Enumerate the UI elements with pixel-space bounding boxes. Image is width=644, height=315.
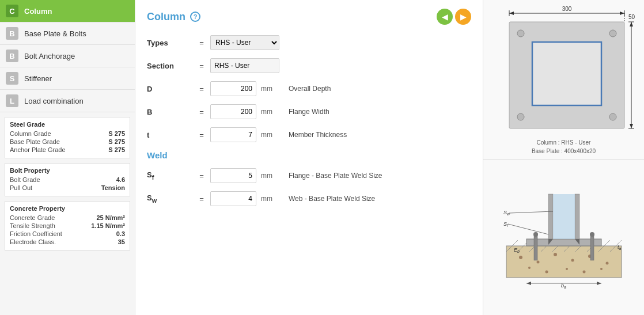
- prop-row: Bolt Grade 4.6: [10, 176, 125, 183]
- steel-grade-section: Steel Grade Column Grade S 275 Base Plat…: [5, 117, 130, 158]
- column-icon: C: [6, 5, 18, 17]
- prop-row: Base Plate Grade S 275: [10, 138, 125, 145]
- svg-text:300: 300: [562, 6, 571, 12]
- types-select[interactable]: RHS - User: [210, 35, 279, 50]
- side-view-svg: Sw Sf Eb ta ba: [492, 183, 636, 292]
- bolt-grade-key: Bolt Grade: [10, 176, 40, 183]
- svg-marker-11: [630, 124, 633, 128]
- svg-rect-38: [575, 194, 579, 239]
- d-unit: mm: [261, 85, 284, 93]
- svg-rect-36: [526, 239, 601, 246]
- t-label: t: [147, 131, 193, 139]
- column-grade-val: S 275: [108, 130, 125, 137]
- svg-point-27: [554, 253, 557, 256]
- sf-eq: =: [193, 172, 210, 180]
- anchor-plate-grade-val: S 275: [108, 146, 125, 153]
- svg-point-30: [605, 262, 608, 265]
- svg-line-49: [508, 224, 548, 234]
- help-icon[interactable]: ?: [190, 12, 200, 22]
- concrete-property-title: Concrete Property: [10, 205, 125, 212]
- prop-row: Column Grade S 275: [10, 130, 125, 137]
- tensile-strength-key: Tensile Strength: [10, 222, 55, 229]
- section-input[interactable]: [210, 58, 279, 73]
- prop-row: Pull Out Tension: [10, 184, 125, 191]
- sidebar-item-bolt-anchorage[interactable]: B Bolt Anchorage: [0, 45, 135, 67]
- anchor-plate-grade-key: Anchor Plate Grade: [10, 146, 66, 153]
- b-label: B: [147, 108, 193, 116]
- b-input[interactable]: [210, 104, 256, 119]
- right-panel: 300 300 50 Column : RHS - User: [483, 0, 644, 315]
- sw-label: Sw: [147, 193, 193, 204]
- t-row: t = mm Member Thickness: [147, 127, 471, 142]
- b-row: B = mm Flange Width: [147, 104, 471, 119]
- svg-marker-54: [526, 282, 531, 285]
- svg-point-35: [600, 268, 603, 270]
- svg-line-47: [509, 211, 553, 213]
- sw-desc: Web - Base Plate Weld Size: [289, 195, 375, 203]
- sw-row: Sw = mm Web - Base Plate Weld Size: [147, 191, 471, 206]
- column-section-rect: [532, 42, 601, 105]
- weld-title: Weld: [147, 150, 471, 160]
- b-desc: Flange Width: [289, 108, 329, 116]
- svg-rect-14: [506, 246, 622, 278]
- concrete-grade-key: Concrete Grade: [10, 214, 55, 221]
- d-input[interactable]: [210, 81, 256, 96]
- prop-row: Electrode Class. 35: [10, 238, 125, 245]
- svg-rect-37: [548, 194, 553, 239]
- diagram-top: 300 300 50 Column : RHS - User: [483, 0, 644, 160]
- diagram-bottom: Sw Sf Eb ta ba: [483, 160, 644, 315]
- types-row: Types = RHS - User: [147, 35, 471, 50]
- b-unit: mm: [261, 108, 284, 116]
- section-eq: =: [193, 62, 210, 70]
- bolt-hole-tr: [609, 30, 616, 37]
- main-title-group: Column ?: [147, 11, 200, 23]
- tensile-strength-val: 1.15 N/mm²: [91, 222, 125, 229]
- d-eq: =: [193, 85, 210, 93]
- bolt-hole-br: [609, 113, 616, 120]
- sw-input[interactable]: [210, 191, 256, 206]
- sidebar-item-load-combination[interactable]: L Load combination: [0, 90, 135, 112]
- sf-label: Sf: [147, 170, 193, 181]
- prev-button[interactable]: ◀: [437, 9, 453, 25]
- sidebar-item-label-stiffener: Stiffener: [24, 74, 52, 83]
- friction-coefficient-key: Friction Coefficient: [10, 230, 62, 237]
- svg-rect-39: [553, 194, 575, 239]
- prop-row: Concrete Grade 25 N/mm²: [10, 214, 125, 221]
- prop-row: Anchor Plate Grade S 275: [10, 146, 125, 153]
- pull-out-key: Pull Out: [10, 184, 32, 191]
- sidebar: C Column B Base Plate & Bolts B Bolt Anc…: [0, 0, 135, 315]
- top-view-svg: 300 300 50: [492, 5, 636, 137]
- sidebar-item-label-base-plate: Base Plate & Bolts: [24, 29, 86, 38]
- sidebar-item-base-plate[interactable]: B Base Plate & Bolts: [0, 22, 135, 45]
- page-title: Column: [147, 11, 185, 23]
- svg-marker-55: [597, 282, 601, 285]
- sidebar-item-label-bolt-anchorage: Bolt Anchorage: [24, 52, 75, 60]
- svg-text:ba: ba: [561, 283, 566, 289]
- main-content: Column ? ◀ ▶ Types = RHS - User Section …: [135, 0, 483, 315]
- column-grade-key: Column Grade: [10, 130, 51, 137]
- sidebar-item-stiffener[interactable]: S Stiffener: [0, 67, 135, 90]
- d-desc: Overall Depth: [289, 85, 331, 93]
- bolt-property-section: Bolt Property Bolt Grade 4.6 Pull Out Te…: [5, 163, 130, 196]
- t-input[interactable]: [210, 127, 256, 142]
- diagram-caption-line2: Base Plate : 400x400x20: [532, 148, 596, 154]
- svg-point-41: [533, 232, 538, 237]
- types-label: Types: [147, 39, 193, 47]
- stiffener-icon: S: [6, 72, 18, 85]
- diagram-caption-line1: Column : RHS - User: [537, 139, 591, 146]
- next-button[interactable]: ▶: [455, 9, 471, 25]
- svg-point-26: [536, 261, 539, 264]
- d-row: D = mm Overall Depth: [147, 81, 471, 96]
- bolt-hole-tl: [517, 30, 524, 37]
- bolt-hole-bl: [517, 113, 524, 120]
- sf-unit: mm: [261, 172, 284, 180]
- svg-text:ta: ta: [618, 244, 622, 251]
- sidebar-item-column[interactable]: C Column: [0, 0, 135, 22]
- svg-text:Sw: Sw: [503, 210, 510, 216]
- pull-out-val: Tension: [101, 184, 125, 191]
- svg-marker-5: [620, 12, 624, 15]
- friction-coefficient-val: 0.3: [116, 230, 125, 237]
- t-eq: =: [193, 131, 210, 139]
- prop-row: Tensile Strength 1.15 N/mm²: [10, 222, 125, 229]
- sf-input[interactable]: [210, 168, 256, 183]
